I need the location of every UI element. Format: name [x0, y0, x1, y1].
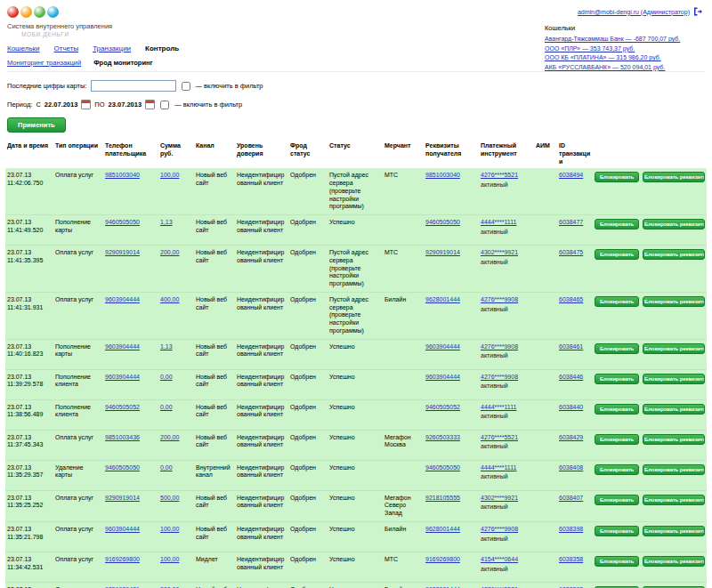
block-requisites-button[interactable]: Блокировать реквизиты [643, 374, 705, 384]
transaction-id-link[interactable]: 6038465 [559, 296, 583, 302]
amount-link[interactable]: 100,00 [160, 556, 179, 562]
instrument-link[interactable]: 4302****9921 [481, 495, 518, 501]
instrument-link[interactable]: 4276****9908 [481, 374, 518, 380]
recipient-link[interactable]: 9460505050 [425, 219, 460, 225]
amount-link[interactable]: 100,00 [160, 526, 179, 532]
instrument-link[interactable]: 4276****9908 [481, 296, 518, 302]
recipient-link[interactable]: 9260503333 [425, 434, 460, 440]
instrument-link[interactable]: 4154****0644 [481, 556, 518, 562]
block-requisites-button[interactable]: Блокировать реквизиты [643, 526, 705, 536]
payer-phone-link[interactable]: 9603904444 [105, 343, 140, 350]
block-button[interactable]: Блокировать [595, 556, 639, 567]
period-filter-checkbox[interactable] [160, 101, 169, 109]
calendar-from-icon[interactable] [81, 100, 91, 109]
amount-link[interactable]: 400,00 [160, 296, 179, 302]
block-button[interactable]: Блокировать [595, 464, 639, 475]
transaction-id-link[interactable]: 6038461 [559, 343, 583, 350]
amount-link[interactable]: 1,13 [160, 219, 173, 225]
instrument-link[interactable]: 4444****1111 [481, 219, 516, 225]
amount-link[interactable]: 0,00 [160, 374, 173, 380]
transaction-id-link[interactable]: 6038440 [559, 404, 583, 410]
block-button[interactable]: Блокировать [595, 296, 639, 307]
amount-link[interactable]: 0,00 [160, 464, 173, 471]
block-button[interactable]: Блокировать [595, 374, 639, 384]
instrument-link[interactable]: 4444****1111 [481, 404, 516, 410]
apply-button[interactable]: Применить [7, 117, 66, 133]
instrument-link[interactable]: 4302****9921 [481, 249, 518, 255]
block-button[interactable]: Блокировать [595, 404, 639, 415]
block-requisites-button[interactable]: Блокировать реквизиты [643, 404, 705, 415]
block-button[interactable]: Блокировать [595, 495, 639, 505]
payer-phone-link[interactable]: 9603904444 [105, 526, 140, 532]
block-requisites-button[interactable]: Блокировать реквизиты [643, 464, 705, 475]
nav-item-wallets[interactable]: Кошельки [7, 44, 40, 52]
recipient-link[interactable]: 9169269800 [425, 556, 460, 562]
block-button[interactable]: Блокировать [595, 249, 639, 260]
payer-phone-link[interactable]: 9169269800 [105, 556, 140, 562]
payer-phone-link[interactable]: 9460505050 [105, 464, 140, 471]
transaction-id-link[interactable]: 6038494 [559, 172, 583, 178]
recipient-link[interactable]: 9460505052 [425, 404, 460, 410]
transaction-id-link[interactable]: 6038398 [559, 526, 583, 532]
instrument-link[interactable]: 4276****5521 [481, 172, 518, 178]
nav-item-transactions[interactable]: Транзакции [93, 44, 131, 52]
card-filter-checkbox[interactable] [182, 82, 190, 91]
amount-link[interactable]: 100,00 [160, 172, 179, 178]
nav-item-control[interactable]: Контроль [145, 44, 179, 52]
payer-phone-link[interactable]: 9460505052 [105, 404, 140, 410]
payer-phone-link[interactable]: 9290919014 [105, 495, 140, 501]
recipient-link[interactable]: 9628001444 [425, 526, 460, 532]
amount-link[interactable]: 0,00 [160, 404, 173, 410]
card-digits-input[interactable] [91, 80, 176, 92]
transaction-id-link[interactable]: 6038407 [559, 495, 583, 501]
subnav-item-fraud-monitoring[interactable]: Фрод мониторинг [93, 59, 152, 67]
transaction-id-link[interactable]: 6038477 [559, 219, 583, 225]
payer-phone-link[interactable]: 9603904444 [105, 374, 140, 380]
recipient-link[interactable]: 9460505050 [425, 464, 460, 471]
transaction-id-link[interactable]: 6038358 [559, 556, 583, 562]
block-requisites-button[interactable]: Блокировать реквизиты [643, 296, 705, 307]
wallet-link[interactable]: АКБ «РУССЛАВБАНК» — 520 094,01 руб. [545, 63, 703, 73]
block-button[interactable]: Блокировать [595, 526, 639, 536]
recipient-link[interactable]: 9290919014 [425, 249, 460, 255]
amount-link[interactable]: 200,00 [160, 434, 179, 440]
block-requisites-button[interactable]: Блокировать реквизиты [643, 249, 705, 260]
recipient-link[interactable]: 9851003040 [425, 172, 460, 178]
recipient-link[interactable]: 9603904444 [425, 343, 460, 350]
user-account-link[interactable]: admin@mobi-dengi.ru (Администратор) [578, 9, 690, 15]
block-requisites-button[interactable]: Блокировать реквизиты [643, 434, 705, 445]
instrument-link[interactable]: 4444****1111 [481, 464, 516, 471]
logout-icon[interactable] [693, 7, 703, 16]
recipient-link[interactable]: 9628001444 [425, 296, 460, 302]
amount-link[interactable]: 500,00 [160, 495, 179, 501]
subnav-item-transaction-monitoring[interactable]: Мониторинг транзакций [7, 59, 81, 67]
block-requisites-button[interactable]: Блокировать реквизиты [643, 556, 705, 567]
block-requisites-button[interactable]: Блокировать реквизиты [643, 343, 705, 354]
amount-link[interactable]: 200,00 [160, 249, 179, 255]
payer-phone-link[interactable]: 9460505050 [105, 219, 140, 225]
block-requisites-button[interactable]: Блокировать реквизиты [643, 495, 705, 505]
calendar-to-icon[interactable] [145, 100, 155, 109]
payer-phone-link[interactable]: 9851003436 [105, 434, 140, 440]
transaction-id-link[interactable]: 6038475 [559, 249, 583, 255]
transaction-id-link[interactable]: 6038446 [559, 374, 583, 380]
block-button[interactable]: Блокировать [595, 343, 639, 354]
payer-phone-link[interactable]: 9290919014 [105, 249, 140, 255]
wallet-link[interactable]: ООО «ПЛР» — 353 743,37 руб. [545, 44, 703, 54]
payer-phone-link[interactable]: 9603904444 [105, 296, 140, 302]
amount-link[interactable]: 1,13 [160, 343, 173, 350]
recipient-link[interactable]: 9218105555 [425, 495, 460, 501]
block-button[interactable]: Блокировать [595, 219, 639, 230]
wallet-link[interactable]: Авангард-Тяжсаммаш Банк — -687 700,07 ру… [545, 35, 703, 44]
recipient-link[interactable]: 9603904444 [425, 374, 460, 380]
block-requisites-button[interactable]: Блокировать реквизиты [643, 172, 705, 182]
nav-item-reports[interactable]: Отчеты [54, 44, 79, 52]
payer-phone-link[interactable]: 9851003040 [105, 172, 140, 178]
block-requisites-button[interactable]: Блокировать реквизиты [643, 219, 705, 230]
wallet-link[interactable]: ООО КБ «ПЛАТИНА» — 315 986,20 руб. [545, 53, 703, 63]
instrument-link[interactable]: 4276****5521 [481, 434, 518, 440]
transaction-id-link[interactable]: 6038408 [559, 464, 583, 471]
block-button[interactable]: Блокировать [595, 434, 639, 445]
instrument-link[interactable]: 4276****9908 [481, 526, 518, 532]
instrument-link[interactable]: 4276****9908 [481, 343, 518, 350]
